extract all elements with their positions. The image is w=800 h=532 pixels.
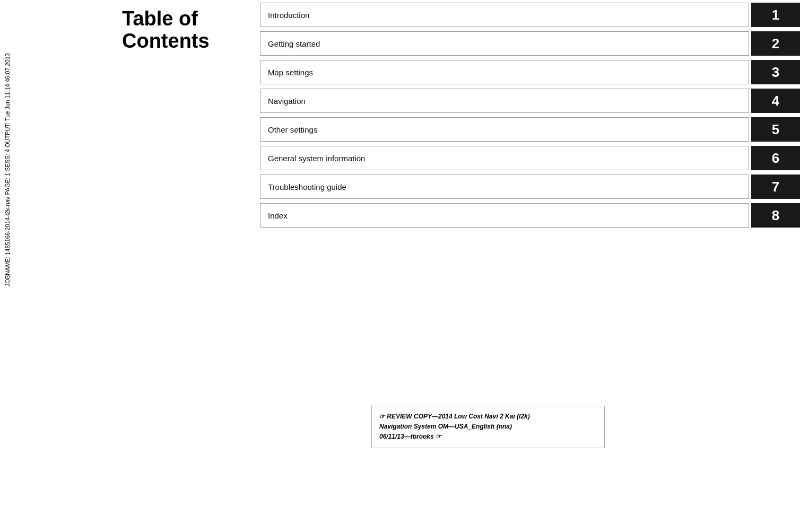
toc-label-3: Map settings [268,68,313,77]
toc-row-7: Troubleshooting guide 7 [260,175,800,199]
review-copy-text: ☞ REVIEW COPY—2014 Low Cost Navi 2 Kai (… [379,412,597,442]
toc-number-1: 1 [772,7,779,23]
toc-area: Introduction 1 Getting started 2 Map set… [260,3,800,232]
toc-label-2: Getting started [268,39,320,48]
toc-number-6: 6 [772,150,779,167]
toc-item-general-system[interactable]: General system information [260,146,749,170]
toc-number-box-7: 7 [751,175,800,199]
toc-row-3: Map settings 3 [260,60,800,84]
toc-number-3: 3 [772,64,779,81]
title-line2: Contents [122,30,210,52]
toc-label-7: Troubleshooting guide [268,182,346,191]
title-line1: Table of [122,7,198,30]
toc-number-box-6: 6 [751,146,800,170]
toc-row-1: Introduction 1 [260,3,800,27]
toc-row-4: Navigation 4 [260,89,800,113]
toc-number-box-2: 2 [751,31,800,56]
toc-item-index[interactable]: Index [260,203,749,228]
review-line3: 06/11/13—tbrooks ☞ [379,433,441,440]
review-line2: Navigation System OM—USA_English (nna) [379,423,512,430]
toc-item-map-settings[interactable]: Map settings [260,60,749,84]
toc-item-other-settings[interactable]: Other settings [260,117,749,142]
page-title: Table of Contents [122,8,260,53]
toc-number-7: 7 [772,179,779,195]
toc-row-2: Getting started 2 [260,31,800,56]
toc-item-introduction[interactable]: Introduction [260,3,749,27]
toc-item-troubleshooting[interactable]: Troubleshooting guide [260,175,749,199]
toc-number-box-8: 8 [751,203,800,228]
toc-row-6: General system information 6 [260,146,800,170]
toc-label-5: Other settings [268,125,317,134]
toc-label-6: General system information [268,154,365,163]
toc-item-getting-started[interactable]: Getting started [260,31,749,56]
sidebar-jobname: JOBNAME: 1485166-2014-l2k-nav PAGE: 1 SE… [4,53,11,286]
toc-row-8: Index 8 [260,203,800,228]
toc-number-box-1: 1 [751,3,800,27]
toc-number-8: 8 [772,207,779,224]
toc-number-2: 2 [772,36,779,52]
toc-number-box-5: 5 [751,117,800,142]
toc-label-4: Navigation [268,97,306,106]
toc-label-8: Index [268,211,288,220]
page-container: JOBNAME: 1485166-2014-l2k-nav PAGE: 1 SE… [0,0,800,532]
toc-number-5: 5 [772,121,779,138]
title-area: Table of Contents [122,8,260,53]
review-copy-box: ☞ REVIEW COPY—2014 Low Cost Navi 2 Kai (… [371,406,605,448]
toc-row-5: Other settings 5 [260,117,800,142]
toc-number-box-3: 3 [751,60,800,84]
toc-label-1: Introduction [268,11,309,20]
toc-item-navigation[interactable]: Navigation [260,89,749,113]
review-line1: ☞ REVIEW COPY—2014 Low Cost Navi 2 Kai (… [379,413,530,420]
toc-number-4: 4 [772,93,779,109]
toc-number-box-4: 4 [751,89,800,113]
